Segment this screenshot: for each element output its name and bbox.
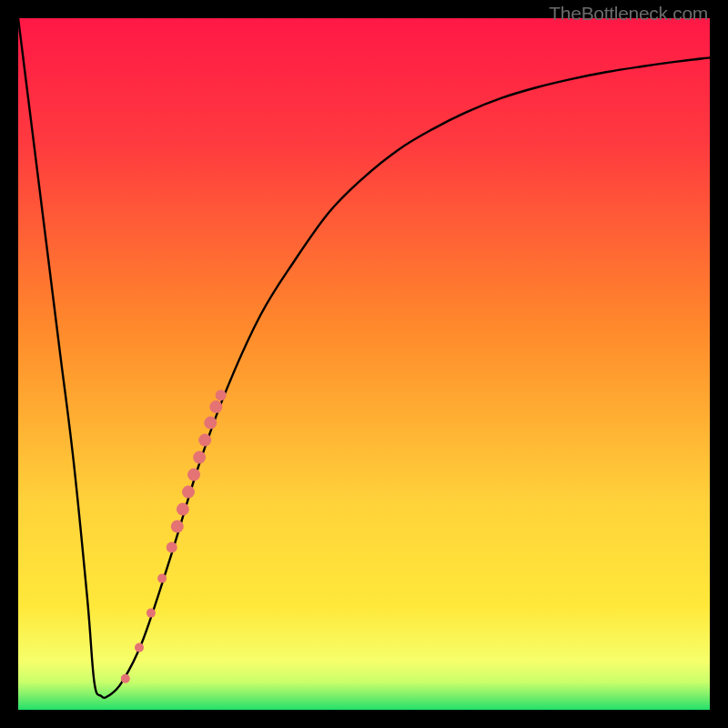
marker-dot bbox=[209, 400, 222, 413]
marker-dot bbox=[167, 541, 177, 552]
marker-dot bbox=[171, 521, 184, 533]
watermark-text: TheBottleneck.com bbox=[549, 3, 708, 25]
marker-dot bbox=[204, 417, 217, 430]
marker-dot bbox=[121, 674, 130, 683]
marker-dot bbox=[216, 389, 227, 400]
chart-frame: TheBottleneck.com bbox=[0, 0, 728, 728]
marker-dot bbox=[135, 643, 144, 652]
marker-dot bbox=[177, 503, 189, 516]
svg-rect-0 bbox=[18, 18, 710, 710]
marker-dot bbox=[187, 469, 200, 481]
marker-dot bbox=[182, 486, 195, 499]
marker-dot bbox=[198, 434, 211, 447]
marker-dot bbox=[147, 609, 156, 618]
marker-dot bbox=[193, 451, 206, 464]
chart-svg bbox=[18, 18, 710, 710]
marker-dot bbox=[157, 574, 167, 583]
plot-area bbox=[18, 18, 710, 710]
